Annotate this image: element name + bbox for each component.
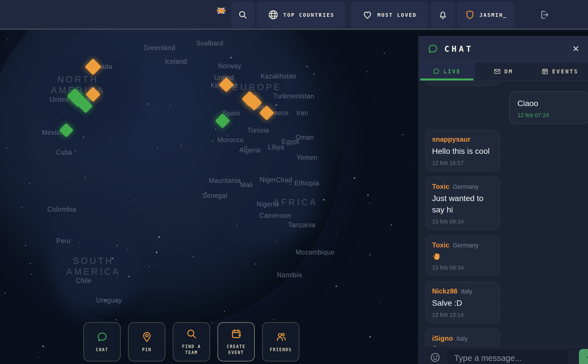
chat-header: CHAT ✕ [419, 36, 588, 62]
search-icon [238, 10, 248, 20]
message-country: Germany [453, 183, 478, 191]
uk-flag-icon[interactable] [217, 8, 225, 14]
tab-live[interactable]: LIVE [419, 62, 475, 80]
message-username: iSigno [432, 334, 453, 342]
message-text: Ciaoo [517, 98, 582, 109]
country-label: Cuba [56, 149, 72, 156]
country-label: Namibia [277, 271, 302, 279]
most-loved-button[interactable]: MOST LOVED [351, 2, 428, 28]
country-label: Nigeria [257, 200, 278, 208]
message-username: snappysaur [432, 135, 470, 143]
message-country: Italy [461, 288, 472, 295]
chat-message: Nickz86 Italy Salve :D 13 feb 13:14 [425, 281, 500, 323]
user-button[interactable]: JASMIN_ [457, 2, 514, 28]
country-label: Greenland [143, 44, 175, 52]
country-label: Chad [276, 176, 292, 184]
chat-button-label: CHAT [96, 347, 108, 353]
message-timestamp: 12 feb 07:24 [517, 112, 582, 119]
message-timestamp: 13 feb 09:34 [432, 264, 494, 271]
continent-label: SOUTH AMERICA [66, 256, 120, 277]
chat-tabs: LIVE DM EVENTS [419, 62, 588, 81]
country-label: Ethiopia [294, 179, 319, 187]
country-label: Cameroon [259, 212, 291, 220]
tab-dm-label: DM [504, 68, 513, 75]
country-label: Algeria [239, 146, 260, 154]
tab-live-label: LIVE [443, 68, 461, 75]
close-icon[interactable]: ✕ [572, 45, 579, 53]
continent-label: EUROPE [233, 82, 282, 93]
chat-bubble-icon [427, 43, 439, 55]
paper-plane-icon [586, 353, 588, 363]
chat-message-list[interactable]: Ciaoo 12 feb 07:24 snappysaur Hello this… [419, 81, 588, 346]
chat-message: snappysaur Hello this is cool 12 feb 16:… [425, 129, 500, 171]
country-label: Kazakhstan [260, 73, 296, 80]
top-countries-label: TOP COUNTRIES [283, 12, 334, 18]
chat-message: Toxic Germany Just wanted to say hi 13 f… [425, 177, 500, 230]
chat-message-truncated: iSigno Italy [425, 328, 500, 346]
country-label: Colombia [47, 206, 76, 213]
bell-icon [438, 10, 448, 20]
chat-panel: CHAT ✕ LIVE DM EVENTS Ciaoo 12 feb [418, 36, 588, 364]
friends-button-label: FRIENDS [270, 347, 292, 353]
chat-bubble-icon [433, 68, 440, 75]
most-loved-label: MOST LOVED [377, 12, 417, 18]
logout-icon [539, 10, 550, 20]
notifications-button[interactable] [431, 2, 455, 28]
search-button[interactable] [231, 2, 254, 28]
wave-emoji-icon [432, 252, 494, 262]
logout-button[interactable] [533, 2, 556, 28]
message-username: Toxic [432, 183, 449, 191]
country-label: Morocco [217, 136, 244, 144]
country-label: Norway [218, 62, 241, 70]
chat-panel-title: CHAT [444, 44, 572, 54]
chat-message-partial [425, 81, 500, 86]
create-event-button[interactable]: CREATE EVENT [217, 322, 255, 361]
shield-icon [465, 10, 475, 20]
active-tab-underline [420, 78, 473, 80]
find-a-team-button[interactable]: FIND A TEAM [173, 322, 210, 361]
message-country: Germany [453, 242, 478, 249]
send-button[interactable] [579, 349, 588, 364]
globe-icon [268, 9, 279, 20]
top-countries-button[interactable]: TOP COUNTRIES [257, 2, 346, 28]
country-label: Mauritania [209, 177, 241, 185]
country-label: Iran [296, 109, 308, 117]
message-timestamp: 13 feb 13:14 [432, 312, 494, 318]
country-label: Niger [260, 176, 276, 184]
message-timestamp: 13 feb 09:34 [432, 218, 494, 225]
calendar-icon [541, 68, 549, 75]
map-action-bar: CHAT PIN FIND A TEAM CREATE EVENT FRIEND… [83, 322, 299, 361]
calendar-plus-icon [230, 328, 242, 340]
chat-button[interactable]: CHAT [83, 322, 121, 361]
country-label: Uruguay [96, 297, 122, 304]
tab-events-label: EVENTS [552, 68, 579, 75]
country-label: Libya [268, 143, 284, 151]
country-label: Senegal [202, 192, 227, 200]
country-label: Mali [240, 181, 253, 189]
search-icon [186, 328, 198, 340]
country-label: Peru [56, 237, 71, 245]
message-input[interactable] [447, 349, 569, 364]
map-pin-icon [141, 331, 153, 343]
friends-button[interactable]: FRIENDS [262, 322, 299, 361]
country-label: Chile [76, 277, 92, 285]
envelope-icon [494, 68, 501, 75]
pin-button-label: PIN [142, 347, 151, 353]
top-bar: TOP COUNTRIES MOST LOVED JASMIN_ [0, 0, 588, 30]
pin-button[interactable]: PIN [128, 322, 165, 361]
chat-input-bar [419, 346, 588, 364]
country-label: Svalbard [196, 40, 223, 47]
message-text: Hello this is cool [432, 146, 494, 157]
tab-events[interactable]: EVENTS [531, 62, 588, 80]
tab-dm[interactable]: DM [475, 62, 532, 80]
username-label: JASMIN_ [480, 12, 507, 18]
country-label: Yemen [297, 154, 317, 162]
country-label: Iceland [165, 58, 187, 65]
country-label: Mozambique [296, 249, 335, 256]
find-a-team-button-label: FIND A TEAM [177, 344, 206, 356]
heart-icon [362, 9, 373, 20]
message-country: Italy [456, 335, 468, 342]
message-username: Toxic [432, 241, 449, 249]
emoji-picker-icon[interactable] [429, 352, 441, 363]
country-label: Turkmenistan [273, 92, 314, 100]
